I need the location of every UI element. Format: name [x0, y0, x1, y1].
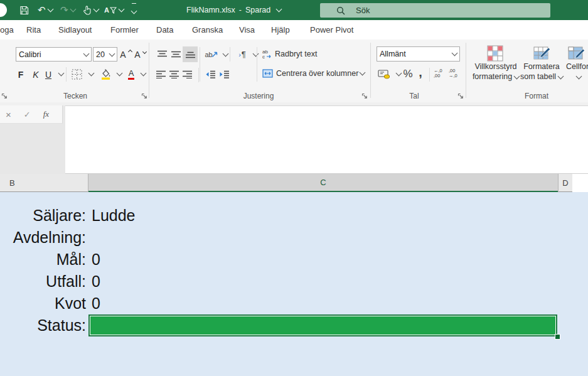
underline-button[interactable]: U: [43, 67, 54, 82]
merge-center-icon[interactable]: [262, 68, 273, 79]
tab-hjalp[interactable]: Hjälp: [271, 20, 290, 40]
cell-value[interactable]: Ludde: [92, 205, 136, 227]
grow-font-button[interactable]: A: [119, 47, 132, 62]
cell-styles-label[interactable]: Cellfor: [562, 62, 588, 72]
format-as-table-label2[interactable]: som tabell: [516, 72, 567, 82]
formula-bar-input[interactable]: [65, 105, 588, 174]
tab-sidlayout[interactable]: Sidlayout: [58, 20, 92, 40]
decrease-indent-button[interactable]: [204, 68, 216, 80]
number-format-combobox[interactable]: Allmänt: [377, 46, 460, 62]
cell-styles-icon[interactable]: [567, 45, 585, 62]
enter-button[interactable]: ✓: [24, 110, 31, 119]
tab-granska[interactable]: Granska: [192, 20, 223, 40]
tab-power-pivot[interactable]: Power Pivot: [310, 20, 353, 40]
app-icon[interactable]: [0, 3, 7, 17]
cell-label[interactable]: Utfall:: [0, 271, 87, 293]
customize-qat-icon[interactable]: [132, 4, 136, 16]
decrease-decimal-button[interactable]: ,00→,0: [449, 68, 462, 80]
font-dialog-launcher-icon[interactable]: [141, 92, 147, 99]
font-name-combobox[interactable]: Calibri: [16, 47, 92, 62]
bold-button[interactable]: F: [15, 67, 26, 82]
text-direction-button[interactable]: › ¶: [235, 47, 250, 62]
worksheet[interactable]: Säljare: Ludde Avdelning: Mål: 0 Utfall:…: [0, 192, 588, 376]
save-icon[interactable]: [19, 4, 29, 16]
align-right-button[interactable]: [181, 68, 193, 80]
tab-infoga-partial[interactable]: oga: [0, 20, 14, 40]
styles-group-label: Format: [477, 91, 588, 101]
sheet-row-mal: Mål: 0: [0, 249, 588, 271]
alignment-dialog-launcher-icon[interactable]: [361, 92, 368, 99]
borders-chevron-icon[interactable]: [88, 70, 95, 77]
merge-center-chevron-icon[interactable]: [360, 70, 366, 76]
search-input[interactable]: Sök: [320, 3, 550, 18]
align-left-button[interactable]: [154, 68, 167, 80]
paragraph-glyph: ¶: [242, 50, 246, 59]
title-chevron-icon: [276, 6, 282, 13]
number-dialog-launcher-icon[interactable]: [457, 92, 464, 99]
decrease-decimal-glyph2: →,0: [449, 73, 457, 78]
cancel-button[interactable]: ×: [6, 109, 11, 120]
orientation-button[interactable]: ab: [204, 47, 219, 62]
format-as-table-label[interactable]: Formatera: [516, 62, 567, 72]
cell-label[interactable]: Avdelning:: [0, 227, 87, 249]
cell-value[interactable]: 0: [92, 249, 100, 271]
column-header-b[interactable]: B: [0, 174, 88, 192]
cell-label[interactable]: Säljare:: [0, 205, 87, 227]
tab-visa[interactable]: Visa: [239, 20, 255, 40]
ribbon-tab-bar: oga Rita Sidlayout Formler Data Granska …: [0, 20, 588, 40]
redo-button[interactable]: ↷: [60, 4, 75, 16]
italic-button[interactable]: K: [30, 67, 41, 82]
fill-color-chevron-icon[interactable]: [117, 70, 123, 77]
orientation-chevron-icon[interactable]: [223, 51, 229, 57]
sort-filter-icon[interactable]: A: [104, 4, 124, 16]
cell-label[interactable]: Mål:: [0, 249, 87, 271]
font-color-button[interactable]: A: [126, 67, 137, 82]
align-bottom-button[interactable]: [183, 46, 198, 62]
cell-label[interactable]: Status:: [0, 314, 87, 336]
wrap-text-label[interactable]: Radbryt text: [275, 48, 317, 60]
increase-decimal-button[interactable]: ←,0,00: [434, 68, 447, 80]
accounting-format-button[interactable]: [377, 68, 391, 80]
conditional-formatting-icon[interactable]: [486, 45, 504, 62]
column-header-d[interactable]: D: [558, 174, 572, 192]
tab-data[interactable]: Data: [156, 20, 173, 40]
cell-value[interactable]: 0: [92, 271, 100, 293]
align-middle-button[interactable]: [169, 47, 183, 62]
status-cell-selected[interactable]: [88, 314, 557, 336]
group-separator: [149, 43, 149, 98]
wrap-text-icon[interactable]: abc: [262, 48, 273, 60]
fill-handle[interactable]: [555, 334, 560, 340]
accounting-chevron-icon[interactable]: [396, 70, 402, 77]
underline-chevron-icon[interactable]: [58, 70, 65, 77]
titlebar: ↶ ↷ A FlikNamn.xlsx - Sparad Sök: [0, 0, 588, 20]
increase-indent-button[interactable]: [218, 68, 230, 80]
comma-style-button[interactable]: ,: [415, 65, 425, 80]
font-color-chevron-icon[interactable]: [141, 70, 147, 77]
cell-value[interactable]: 0: [92, 293, 100, 314]
format-as-table-icon[interactable]: [533, 45, 550, 62]
undo-button[interactable]: ↶: [38, 4, 53, 16]
title-dash: -: [239, 6, 242, 14]
percent-style-button[interactable]: %: [402, 67, 414, 82]
excel-window: ↶ ↷ A FlikNamn.xlsx - Sparad Sök oga Rit…: [0, 0, 588, 376]
text-direction-chevron-icon[interactable]: [253, 51, 259, 57]
shrink-font-button[interactable]: A: [134, 47, 147, 62]
save-status: Sparad: [245, 6, 270, 14]
column-header-c[interactable]: C: [88, 174, 558, 192]
touch-mode-icon[interactable]: [82, 4, 99, 16]
font-size-combobox[interactable]: 20: [93, 47, 117, 62]
borders-button[interactable]: [70, 68, 83, 80]
cell-label[interactable]: Kvot: [0, 293, 87, 314]
number-format-value: Allmänt: [380, 50, 406, 58]
tab-formler[interactable]: Formler: [110, 20, 139, 40]
separator: [257, 47, 257, 82]
align-center-button[interactable]: [168, 68, 180, 80]
insert-function-button[interactable]: fx: [43, 109, 49, 119]
cell-styles-label2[interactable]: [562, 72, 588, 82]
separator: [230, 47, 230, 62]
tab-rita[interactable]: Rita: [26, 20, 41, 40]
align-top-button[interactable]: [155, 47, 169, 62]
document-title[interactable]: FlikNamn.xlsx - Sparad: [186, 0, 281, 20]
fill-color-button[interactable]: [99, 67, 112, 82]
merge-center-label[interactable]: Centrera över kolumner: [276, 68, 358, 79]
